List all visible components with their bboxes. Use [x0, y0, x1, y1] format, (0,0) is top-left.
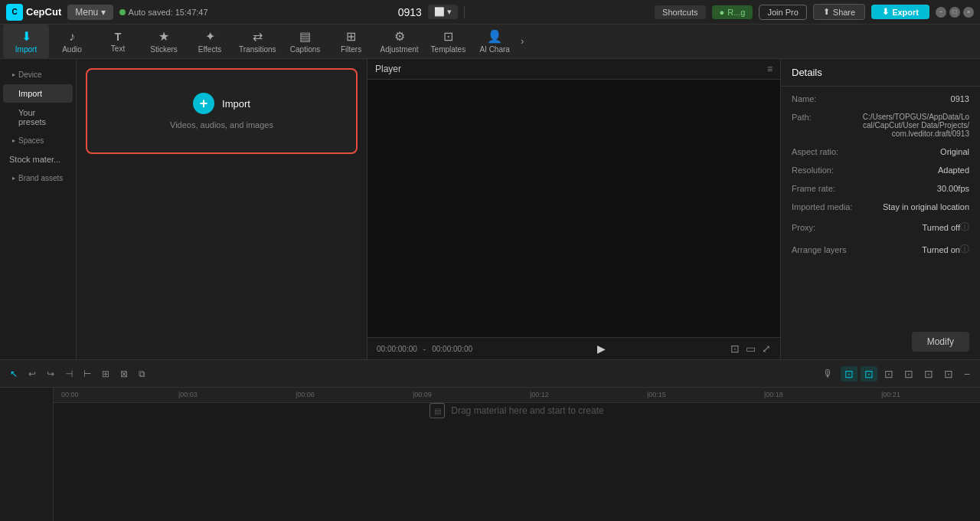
timeline-split2-tool[interactable]: ⊢: [80, 366, 95, 382]
toolbar-item-stickers[interactable]: ★ Stickers: [141, 25, 187, 58]
aspect-ratio-icon[interactable]: ▭: [746, 342, 756, 355]
screenshot-icon[interactable]: ⊡: [730, 342, 740, 355]
detail-row-resolution: Resolution: Adapted: [792, 165, 969, 175]
shortcuts-button[interactable]: Shortcuts: [655, 5, 705, 19]
sidebar-item-import[interactable]: Import: [3, 84, 73, 103]
detail-value-resolution: Adapted: [861, 165, 969, 175]
timeline-ruler: 00:00 |00:03 |00:06 |00:09 |00:12 |00:15…: [54, 388, 980, 403]
import-label: Import: [222, 98, 250, 110]
detail-row-imported-media: Imported media: Stay in original locatio…: [792, 202, 969, 211]
templates-icon: ⊡: [443, 29, 453, 44]
player-time-start: 00:00:00:00: [377, 345, 417, 353]
share-button[interactable]: ⬆ Share: [813, 4, 865, 20]
toolbar-more-button[interactable]: ›: [518, 31, 527, 51]
detail-value-name: 0913: [861, 94, 969, 103]
timeline-copy-tool[interactable]: ⧉: [135, 366, 149, 382]
profile-button[interactable]: ● R...g: [712, 5, 753, 19]
toolbar-label-ai-chara: AI Chara: [479, 45, 509, 54]
close-button[interactable]: ×: [963, 7, 974, 18]
toolbar-item-templates[interactable]: ⊡ Templates: [425, 25, 472, 58]
import-icon: ⬇: [21, 29, 31, 44]
timeline-redo-tool[interactable]: ↪: [43, 366, 58, 382]
timeline-tool-2[interactable]: ⊡: [861, 366, 877, 382]
main-content: Device Import Your presets Spaces Stock …: [0, 59, 980, 359]
timeline-area: ↖ ↩ ↪ ⊣ ⊢ ⊞ ⊠ ⧉ 🎙 ⊡ ⊡ ⊡ ⊡ ⊡ ⊡ − 00:00 |0…: [0, 359, 980, 521]
timeline-minus-icon[interactable]: −: [960, 366, 974, 382]
ruler-mark-5: |00:15: [647, 391, 666, 398]
detail-value-imported-media: Stay in original location: [861, 202, 969, 211]
sidebar-item-device[interactable]: Device: [3, 66, 73, 84]
timeline-tool-5[interactable]: ⊡: [920, 366, 937, 382]
toolbar-item-text[interactable]: T Text: [95, 26, 141, 57]
media-panel: Device Import Your presets Spaces Stock …: [0, 59, 368, 359]
toolbar-item-filters[interactable]: ⊞ Filters: [328, 25, 374, 58]
maximize-button[interactable]: □: [949, 7, 960, 18]
toolbar-label-import: Import: [15, 45, 37, 54]
player-title: Player: [375, 64, 401, 74]
toolbar-item-import[interactable]: ⬇ Import: [3, 25, 49, 58]
timeline-tool-6[interactable]: ⊡: [940, 366, 957, 382]
effects-icon: ✦: [205, 29, 215, 44]
sidebar-item-your-presets[interactable]: Your presets: [3, 103, 73, 131]
toolbar: ⬇ Import ♪ Audio T Text ★ Stickers ✦ Eff…: [0, 25, 980, 59]
modify-button[interactable]: Modify: [912, 332, 969, 352]
timeline-undo-tool[interactable]: ↩: [24, 366, 40, 382]
detail-label-aspect: Aspect ratio:: [792, 147, 861, 156]
sidebar-item-spaces[interactable]: Spaces: [3, 132, 73, 149]
timeline-delete-tool[interactable]: ⊠: [116, 366, 132, 382]
detail-label-arrange-layers: Arrange layers: [792, 245, 861, 254]
ruler-mark-0: 00:00: [61, 391, 79, 398]
timeline-track-headers: [0, 388, 54, 521]
player-panel: Player ≡ 00:00:00:00 - 00:00:00:00 ▶ ⊡ ▭…: [368, 59, 781, 359]
timeline-mic-icon[interactable]: 🎙: [819, 366, 838, 382]
ruler-mark-1: |00:03: [178, 391, 198, 398]
ai-chara-icon: 👤: [487, 29, 502, 44]
captions-icon: ▤: [299, 29, 311, 44]
screen-layout-button[interactable]: ⬜ ▾: [428, 5, 458, 19]
transitions-icon: ⇄: [253, 29, 263, 44]
player-menu-icon[interactable]: ≡: [767, 64, 773, 74]
timeline-split1-tool[interactable]: ⊣: [61, 366, 77, 382]
sidebar-item-brand-assets[interactable]: Brand assets: [3, 169, 73, 187]
share-icon: ⬆: [823, 7, 830, 17]
detail-value-arrange-layers: Turned on: [861, 245, 960, 254]
toolbar-item-effects[interactable]: ✦ Effects: [187, 25, 233, 58]
project-name: 0913: [398, 6, 422, 18]
import-plus-icon: +: [193, 93, 214, 114]
media-sidebar: Device Import Your presets Spaces Stock …: [0, 59, 77, 359]
media-content: + Import Videos, audios, and images: [77, 59, 367, 359]
timeline-tool-4[interactable]: ⊡: [900, 366, 917, 382]
fullscreen-icon[interactable]: ⤢: [762, 342, 771, 355]
toolbar-item-audio[interactable]: ♪ Audio: [49, 25, 95, 58]
timeline-tracks: ▤ Drag material here and start to create: [54, 403, 980, 418]
sidebar-item-stock-material[interactable]: Stock mater...: [3, 150, 73, 169]
timeline-tool-3[interactable]: ⊡: [880, 366, 897, 382]
toolbar-item-transitions[interactable]: ⇄ Transitions: [233, 25, 283, 58]
toolbar-item-adjustment[interactable]: ⚙ Adjustment: [374, 25, 425, 58]
timeline-tool-1[interactable]: ⊡: [841, 366, 858, 382]
drag-hint-text: Drag material here and start to create: [451, 405, 603, 416]
detail-row-path: Path: C:/Users/TOPGUS/AppData/Local/CapC…: [792, 113, 969, 138]
arrange-layers-info-icon[interactable]: ⓘ: [960, 243, 969, 256]
import-drop-area[interactable]: + Import Videos, audios, and images: [86, 68, 358, 154]
player-header: Player ≡: [368, 59, 780, 80]
toolbar-item-ai-chara[interactable]: 👤 AI Chara: [472, 25, 518, 58]
drag-icon: ▤: [430, 403, 445, 418]
timeline-main: 00:00 |00:03 |00:06 |00:09 |00:12 |00:15…: [54, 388, 980, 521]
detail-row-aspect: Aspect ratio: Original: [792, 147, 969, 156]
detail-label-resolution: Resolution:: [792, 165, 861, 175]
adjustment-icon: ⚙: [394, 29, 405, 44]
minimize-button[interactable]: −: [936, 7, 946, 18]
timeline-fit-tool[interactable]: ⊞: [98, 366, 113, 382]
menu-button[interactable]: Menu ▾: [67, 5, 113, 20]
proxy-info-icon[interactable]: ⓘ: [960, 221, 969, 234]
join-pro-button[interactable]: Join Pro: [759, 5, 806, 20]
play-button[interactable]: ▶: [597, 342, 606, 355]
player-time-sep: -: [423, 345, 426, 353]
export-button[interactable]: ⬇ Export: [871, 5, 929, 19]
detail-label-framerate: Frame rate:: [792, 184, 861, 193]
detail-label-imported-media: Imported media:: [792, 202, 861, 211]
toolbar-label-filters: Filters: [341, 45, 361, 54]
toolbar-item-captions[interactable]: ▤ Captions: [283, 25, 328, 58]
timeline-select-tool[interactable]: ↖: [6, 366, 21, 382]
